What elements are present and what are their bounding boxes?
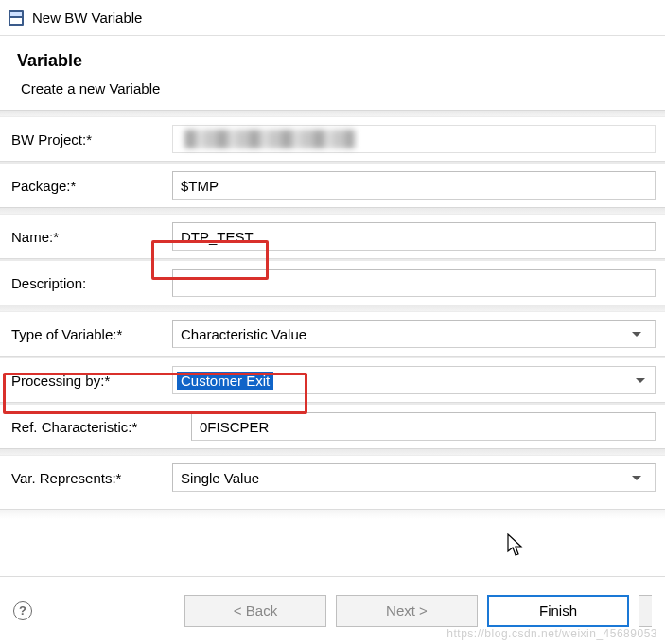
name-input[interactable] bbox=[172, 222, 656, 251]
type-of-variable-dropdown[interactable]: Characteristic Value bbox=[172, 320, 656, 348]
separator bbox=[0, 448, 665, 456]
var-represents-value: Single Value bbox=[181, 470, 259, 486]
button-bar: ? < Back Next > Finish bbox=[0, 576, 665, 644]
separator bbox=[0, 110, 665, 117]
app-icon bbox=[8, 9, 25, 26]
description-input[interactable] bbox=[172, 269, 656, 297]
label-bw-project: BW Project:* bbox=[9, 131, 172, 148]
chevron-down-icon bbox=[636, 378, 645, 383]
next-button[interactable]: Next > bbox=[336, 595, 478, 627]
separator bbox=[0, 207, 665, 215]
chevron-down-icon bbox=[632, 332, 641, 337]
var-represents-dropdown[interactable]: Single Value bbox=[172, 463, 656, 492]
processing-by-value: Customer Exit bbox=[177, 372, 273, 390]
label-processing-by: Processing by:* bbox=[9, 373, 172, 389]
ref-characteristic-input[interactable] bbox=[191, 412, 656, 441]
titlebar[interactable]: New BW Variable bbox=[0, 0, 665, 36]
bw-project-value-redacted bbox=[184, 130, 355, 148]
label-description: Description: bbox=[9, 275, 172, 291]
page-subtitle: Create a new Variable bbox=[21, 80, 648, 96]
row-processing-by: Processing by:* Customer Exit bbox=[0, 358, 665, 402]
label-name: Name:* bbox=[9, 229, 172, 245]
trailing-button-cut[interactable] bbox=[639, 595, 652, 627]
svg-rect-1 bbox=[10, 12, 22, 16]
row-type-of-variable: Type of Variable:* Characteristic Value bbox=[0, 312, 665, 356]
separator bbox=[0, 305, 665, 312]
wizard-window: New BW Variable Variable Create a new Va… bbox=[0, 0, 665, 644]
row-package: Package:* bbox=[0, 164, 665, 207]
row-description: Description: bbox=[0, 261, 665, 305]
row-ref-characteristic: Ref. Characteristic:* bbox=[0, 405, 665, 448]
row-var-represents: Var. Represents:* Single Value bbox=[0, 456, 665, 499]
back-button[interactable]: < Back bbox=[184, 595, 326, 627]
label-var-represents: Var. Represents:* bbox=[9, 470, 172, 486]
package-input[interactable] bbox=[172, 171, 656, 200]
processing-by-dropdown[interactable]: Customer Exit bbox=[172, 366, 656, 394]
form: BW Project:* Package:* Name:* bbox=[0, 117, 665, 509]
type-of-variable-value: Characteristic Value bbox=[181, 326, 306, 342]
row-bw-project: BW Project:* bbox=[0, 117, 665, 161]
label-package: Package:* bbox=[9, 178, 172, 194]
bw-project-field[interactable] bbox=[172, 125, 656, 153]
window-title: New BW Variable bbox=[32, 9, 142, 26]
page-title: Variable bbox=[17, 51, 648, 71]
label-type-of-variable: Type of Variable:* bbox=[9, 326, 172, 342]
label-ref-characteristic: Ref. Characteristic:* bbox=[9, 419, 191, 435]
finish-button[interactable]: Finish bbox=[487, 595, 629, 627]
wizard-header: Variable Create a new Variable bbox=[0, 36, 665, 110]
svg-rect-2 bbox=[10, 18, 22, 24]
help-icon[interactable]: ? bbox=[13, 601, 32, 620]
row-name: Name:* bbox=[0, 215, 665, 258]
form-bottom-pad bbox=[0, 509, 665, 558]
chevron-down-icon bbox=[632, 476, 641, 480]
